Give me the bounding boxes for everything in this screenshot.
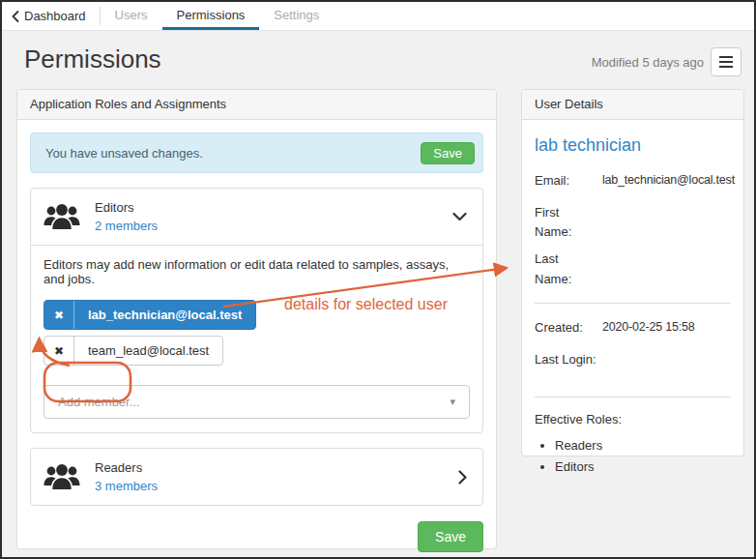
- chevron-right-icon[interactable]: [458, 470, 467, 485]
- field-row-last-name: Last Name:: [535, 250, 731, 288]
- field-value: lab_technician@local.test: [602, 171, 735, 191]
- unsaved-changes-alert: You have unsaved changes. Save: [30, 132, 483, 173]
- divider: [535, 303, 731, 304]
- user-display-name[interactable]: lab technician: [535, 135, 731, 156]
- group-members-link[interactable]: 2 members: [95, 219, 158, 233]
- back-link-label: Dashboard: [24, 9, 86, 23]
- field-label: Last Login:: [535, 350, 596, 383]
- group-description: Editors may add new information or edit …: [44, 257, 470, 286]
- tab-users[interactable]: Users: [101, 2, 162, 30]
- top-navbar: Dashboard Users Permissions Settings: [2, 2, 754, 31]
- member-chip-selected[interactable]: ✖ lab_technician@local.test: [44, 300, 256, 330]
- hamburger-menu-button[interactable]: [711, 47, 741, 76]
- group-name: Editors: [95, 200, 158, 215]
- effective-roles-label: Effective Roles:: [535, 412, 731, 427]
- remove-member-icon[interactable]: ✖: [44, 301, 74, 329]
- group-card-readers: Readers 3 members: [30, 448, 483, 506]
- chevron-down-icon[interactable]: [452, 213, 467, 221]
- add-member-input[interactable]: Add member... ▾: [44, 385, 470, 419]
- group-members-icon: [44, 202, 80, 232]
- roles-panel: Application Roles and Assignments You ha…: [16, 89, 497, 549]
- dropdown-caret-icon[interactable]: ▾: [450, 396, 455, 408]
- group-name: Readers: [95, 460, 158, 475]
- field-row-created: Created: 2020-02-25 15:58: [535, 318, 731, 338]
- tab-permissions[interactable]: Permissions: [162, 2, 260, 30]
- field-row-first-name: First Name:: [535, 203, 731, 242]
- group-body-editors: Editors may add new information or edit …: [31, 246, 482, 432]
- field-row-last-login: Last Login:: [535, 350, 731, 383]
- member-chip[interactable]: ✖ team_lead@local.test: [44, 336, 223, 366]
- roles-panel-title: Application Roles and Assignments: [17, 90, 496, 120]
- field-label: First Name:: [535, 203, 596, 242]
- app-window: Dashboard Users Permissions Settings Per…: [0, 0, 756, 559]
- chevron-left-icon: [12, 11, 19, 22]
- group-members-icon: [44, 462, 80, 492]
- page-title: Permissions: [24, 44, 161, 74]
- group-members-link[interactable]: 3 members: [95, 479, 158, 493]
- member-chip-label[interactable]: lab_technician@local.test: [74, 301, 255, 329]
- group-text-block: Editors 2 members: [95, 200, 158, 233]
- add-member-placeholder: Add member...: [58, 395, 140, 409]
- save-button[interactable]: Save: [418, 521, 483, 552]
- hamburger-icon: [719, 56, 733, 58]
- divider: [535, 397, 731, 397]
- user-details-title: User Details: [522, 90, 743, 120]
- group-header-editors[interactable]: Editors 2 members: [31, 189, 482, 246]
- effective-roles-list: Readers Editors: [535, 438, 731, 474]
- member-chip-label[interactable]: team_lead@local.test: [74, 337, 222, 365]
- group-header-readers[interactable]: Readers 3 members: [31, 449, 482, 505]
- field-label: Last Name:: [535, 250, 596, 288]
- user-details-panel: User Details lab technician Email: lab_t…: [521, 89, 744, 456]
- tab-settings[interactable]: Settings: [259, 2, 334, 30]
- field-label: Email:: [535, 171, 596, 191]
- field-row-email: Email: lab_technician@local.test: [535, 171, 731, 191]
- group-card-editors: Editors 2 members Editors may add new in…: [30, 188, 483, 433]
- effective-role-item: Readers: [555, 438, 731, 453]
- group-text-block: Readers 3 members: [95, 460, 158, 493]
- alert-message: You have unsaved changes.: [45, 146, 203, 161]
- back-to-dashboard-link[interactable]: Dashboard: [2, 2, 100, 30]
- effective-role-item: Editors: [555, 459, 731, 474]
- field-label: Created:: [535, 318, 596, 338]
- modified-timestamp: Modified 5 days ago: [592, 55, 704, 70]
- alert-save-button[interactable]: Save: [421, 142, 475, 164]
- remove-member-icon[interactable]: ✖: [44, 337, 74, 365]
- field-value: 2020-02-25 15:58: [602, 318, 695, 338]
